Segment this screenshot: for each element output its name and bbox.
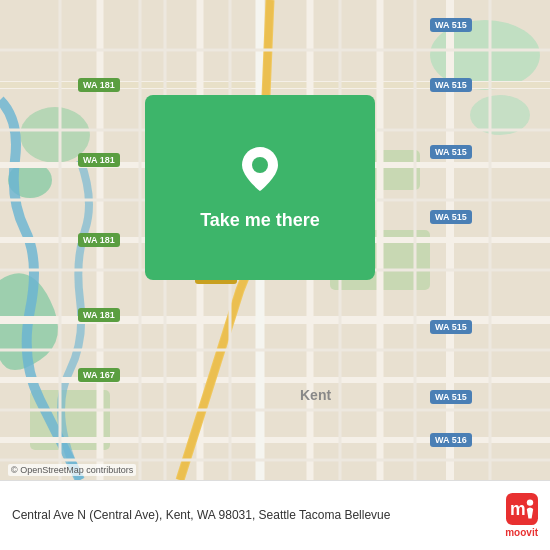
svg-text:Kent: Kent	[300, 387, 331, 403]
road-badge-wa181-3: WA 181	[78, 233, 120, 247]
svg-text:m: m	[510, 499, 526, 519]
take-me-there-button[interactable]: Take me there	[200, 210, 320, 231]
road-badge-wa515-2: WA 515	[430, 78, 472, 92]
road-badge-wa167-2: WA 167	[78, 368, 120, 382]
moovit-label: moovit	[505, 527, 538, 538]
moovit-icon: m	[506, 493, 538, 525]
moovit-logo: m moovit	[505, 493, 538, 538]
svg-point-36	[252, 157, 268, 173]
road-badge-wa181-4: WA 181	[78, 308, 120, 322]
location-pin-container	[235, 144, 285, 194]
road-badge-wa181-2: WA 181	[78, 153, 120, 167]
map-attribution: © OpenStreetMap contributors	[8, 464, 136, 476]
road-badge-wa515-3: WA 515	[430, 145, 472, 159]
road-badge-wa515-4: WA 515	[430, 210, 472, 224]
location-info: Central Ave N (Central Ave), Kent, WA 98…	[12, 507, 495, 524]
svg-point-39	[526, 499, 532, 505]
road-badge-wa516: WA 516	[430, 433, 472, 447]
info-bar: Central Ave N (Central Ave), Kent, WA 98…	[0, 480, 550, 550]
road-badge-wa181-1: WA 181	[78, 78, 120, 92]
road-badge-wa515-1: WA 515	[430, 18, 472, 32]
location-card: Take me there	[145, 95, 375, 280]
road-badge-wa515-6: WA 515	[430, 390, 472, 404]
road-badge-wa515-5: WA 515	[430, 320, 472, 334]
location-pin-icon	[240, 145, 280, 193]
map-container: Kent WA 515 WA 515 WA 515 WA 515 WA 515 …	[0, 0, 550, 480]
